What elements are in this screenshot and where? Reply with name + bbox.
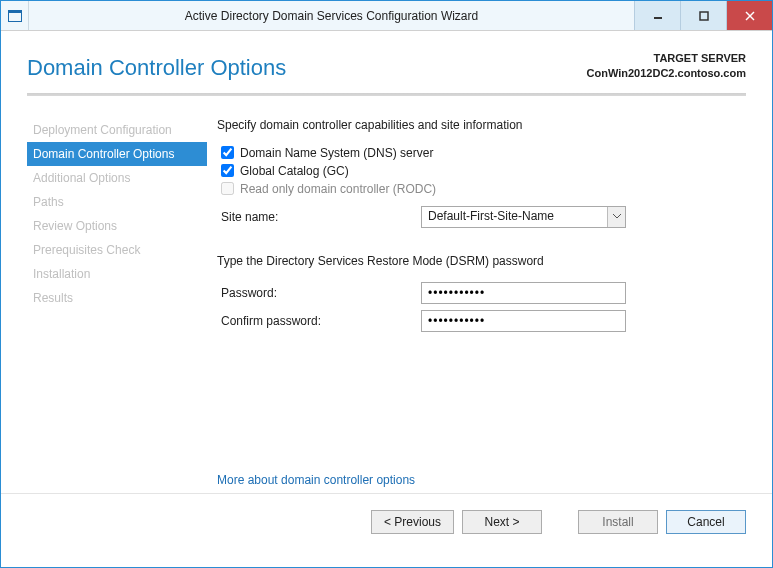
app-icon: [1, 1, 29, 30]
install-button: Install: [578, 510, 658, 534]
next-button[interactable]: Next >: [462, 510, 542, 534]
svg-rect-3: [700, 12, 708, 20]
step-installation: Installation: [27, 262, 207, 286]
site-name-dropdown-button[interactable]: [607, 207, 625, 227]
gc-checkbox[interactable]: [221, 164, 234, 177]
target-server-label: TARGET SERVER: [587, 51, 746, 66]
page-header: Domain Controller Options TARGET SERVER …: [1, 31, 772, 93]
step-deployment-configuration[interactable]: Deployment Configuration: [27, 118, 207, 142]
step-prerequisites-check: Prerequisites Check: [27, 238, 207, 262]
confirm-password-row: Confirm password:: [217, 310, 746, 332]
wizard-steps: Deployment Configuration Domain Controll…: [27, 114, 207, 493]
rodc-checkbox: [221, 182, 234, 195]
maximize-button[interactable]: [680, 1, 726, 30]
svg-rect-1: [9, 11, 21, 13]
capabilities-heading: Specify domain controller capabilities a…: [217, 118, 746, 132]
wizard-footer: < Previous Next > Install Cancel: [1, 493, 772, 551]
confirm-password-field[interactable]: [421, 310, 626, 332]
maximize-icon: [699, 11, 709, 21]
password-field[interactable]: [421, 282, 626, 304]
page-title: Domain Controller Options: [27, 55, 286, 81]
password-row: Password:: [217, 282, 746, 304]
close-button[interactable]: [726, 1, 772, 30]
window-title: Active Directory Domain Services Configu…: [29, 1, 634, 30]
site-name-label: Site name:: [221, 210, 421, 224]
chevron-down-icon: [613, 214, 621, 220]
previous-button[interactable]: < Previous: [371, 510, 454, 534]
dns-label[interactable]: Domain Name System (DNS) server: [240, 146, 433, 160]
titlebar: Active Directory Domain Services Configu…: [1, 1, 772, 31]
gc-checkbox-row: Global Catalog (GC): [221, 164, 746, 178]
cancel-button[interactable]: Cancel: [666, 510, 746, 534]
close-icon: [745, 11, 755, 21]
wizard-body: Deployment Configuration Domain Controll…: [1, 100, 772, 493]
dns-checkbox[interactable]: [221, 146, 234, 159]
dns-checkbox-row: Domain Name System (DNS) server: [221, 146, 746, 160]
step-results: Results: [27, 286, 207, 310]
gc-label[interactable]: Global Catalog (GC): [240, 164, 349, 178]
content-pane: Specify domain controller capabilities a…: [207, 114, 746, 493]
target-server-name: ConWin2012DC2.contoso.com: [587, 66, 746, 81]
step-paths: Paths: [27, 190, 207, 214]
password-label: Password:: [221, 286, 421, 300]
target-server-block: TARGET SERVER ConWin2012DC2.contoso.com: [587, 51, 746, 81]
rodc-label: Read only domain controller (RODC): [240, 182, 436, 196]
site-name-row: Site name: Default-First-Site-Name: [217, 206, 746, 228]
minimize-button[interactable]: [634, 1, 680, 30]
step-additional-options: Additional Options: [27, 166, 207, 190]
confirm-password-label: Confirm password:: [221, 314, 421, 328]
minimize-icon: [653, 11, 663, 21]
rodc-checkbox-row: Read only domain controller (RODC): [221, 182, 746, 196]
site-name-value: Default-First-Site-Name: [422, 207, 607, 227]
dsrm-heading: Type the Directory Services Restore Mode…: [217, 254, 746, 268]
more-about-link[interactable]: More about domain controller options: [217, 473, 415, 487]
header-divider: [27, 93, 746, 96]
step-domain-controller-options[interactable]: Domain Controller Options: [27, 142, 207, 166]
step-review-options: Review Options: [27, 214, 207, 238]
site-name-combobox[interactable]: Default-First-Site-Name: [421, 206, 626, 228]
